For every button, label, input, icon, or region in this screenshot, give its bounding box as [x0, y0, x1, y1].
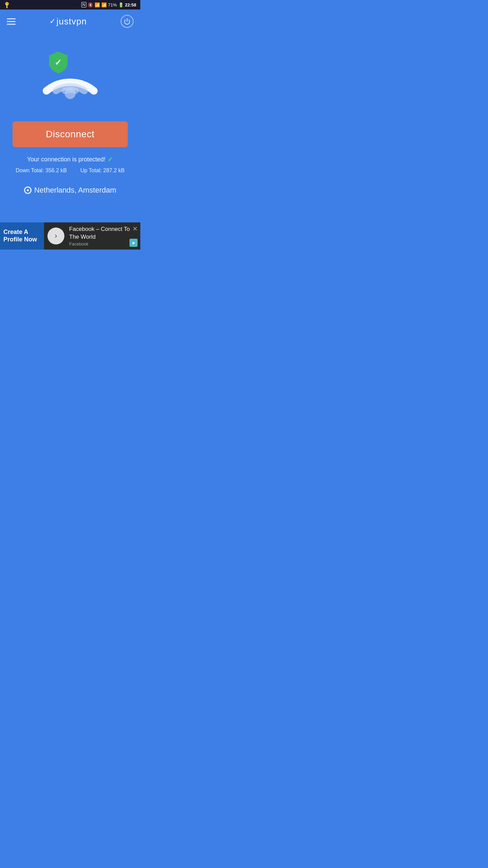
up-total: Up Total: 287.2 kB	[80, 167, 124, 174]
ad-left-section: Create A Profile Now	[0, 222, 44, 250]
menu-button[interactable]	[7, 18, 16, 25]
app-logo: ✓ justvpn	[49, 16, 87, 27]
status-left: 🔑	[4, 2, 10, 7]
location-icon	[24, 186, 32, 194]
ad-close-button[interactable]: ✕	[133, 225, 138, 233]
connection-status: Your connection is protected! ✓	[27, 155, 114, 163]
key-icon: 🔑	[3, 1, 11, 8]
mute-icon: 🔇	[88, 2, 93, 7]
ad-banner[interactable]: Create A Profile Now › Facebook – Connec…	[0, 222, 140, 250]
logo-text: justvpn	[57, 16, 87, 27]
shield-container: ✓	[46, 50, 70, 74]
hamburger-line-3	[7, 24, 16, 25]
ad-title: Facebook – Connect To The World	[69, 225, 139, 240]
ad-play-button[interactable]	[129, 239, 138, 247]
logo-check: ✓	[49, 17, 56, 26]
time: 22:58	[125, 2, 136, 7]
location-container: Netherlands, Amsterdam	[24, 186, 116, 195]
ad-arrow-button[interactable]: ›	[47, 228, 64, 244]
status-bar: 🔑 N 🔇 📶 📶 71% 🔋 22:58	[0, 0, 140, 9]
hamburger-line-2	[7, 21, 16, 22]
down-total: Down Total: 356.2 kB	[16, 167, 67, 174]
vpn-icon-container: ✓	[36, 43, 104, 111]
hamburger-line-1	[7, 18, 16, 19]
disconnect-button[interactable]: Disconnect	[13, 121, 128, 147]
status-right: N 🔇 📶 📶 71% 🔋 22:58	[81, 2, 136, 7]
power-button[interactable]	[121, 15, 134, 28]
ad-arrow-icon: ›	[55, 232, 57, 240]
nfc-icon: N	[81, 2, 86, 7]
shield-icon: ✓	[46, 50, 70, 74]
location-text: Netherlands, Amsterdam	[34, 186, 116, 195]
wifi-icon: 📶	[95, 2, 100, 7]
battery-text: 71%	[108, 2, 117, 7]
ad-subtitle: Facebook	[69, 241, 139, 246]
svg-text:✓: ✓	[55, 58, 62, 67]
stats-container: Down Total: 356.2 kB Up Total: 287.2 kB	[16, 167, 124, 174]
main-content: ✓ Disconnect Your connection is protecte…	[0, 33, 140, 222]
connection-check-icon: ✓	[107, 155, 113, 163]
ad-left-text: Create A Profile Now	[3, 229, 41, 243]
connection-status-text: Your connection is protected!	[27, 156, 106, 163]
signal-icon: 📶	[101, 2, 107, 7]
header: ✓ justvpn	[0, 9, 140, 33]
battery-icon: 🔋	[118, 2, 124, 7]
power-icon	[124, 18, 130, 25]
svg-point-2	[65, 88, 76, 99]
